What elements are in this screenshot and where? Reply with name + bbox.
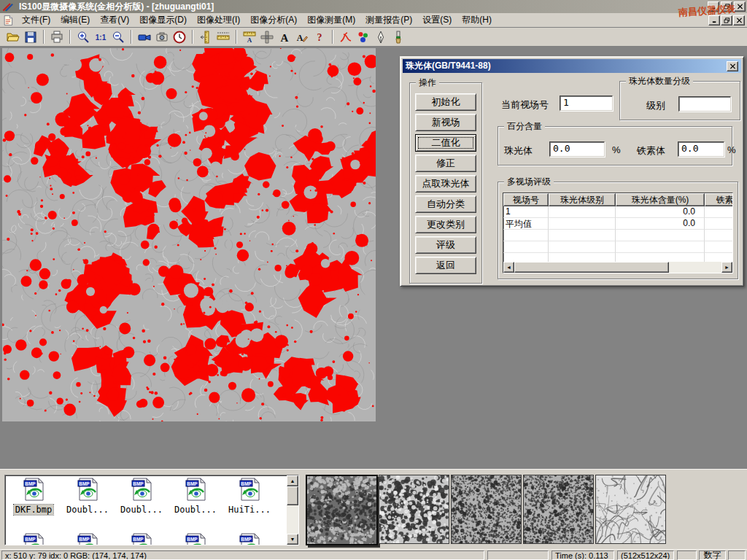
operation-button[interactable]: 新视场 [415,114,476,131]
snapshot-icon[interactable] [153,28,171,45]
file-item[interactable]: BMP DKF.bmp [7,478,61,515]
operation-button[interactable]: 评级 [415,236,476,254]
pearlite-percent-input[interactable]: 0.0 [549,141,605,157]
table-row[interactable] [503,230,732,241]
curve-tool-icon[interactable] [337,28,355,45]
title-bar: IS100显微摄像系统(金相分析版) - [zhuguangti01] [0,0,747,13]
menu-item[interactable]: 文件(F) [17,12,55,28]
menu-item[interactable]: 编辑(E) [55,12,95,28]
mdi-restore-icon[interactable] [721,15,732,26]
table-header-cell[interactable]: 铁素体含量(%) [705,193,733,206]
percent-sign: % [612,144,621,155]
table-header-cell[interactable]: 珠光体级别 [549,193,616,206]
thumbnail-image-1[interactable] [306,475,378,545]
scrollbar-thumb[interactable] [514,262,669,273]
bmp-file-icon: BMP [23,478,44,504]
grading-group-label: 珠光体数量分级 [626,76,693,86]
svg-text:?: ? [317,32,322,43]
percent-group-label: 百分含量 [504,121,545,131]
menu-item[interactable]: 图像显示(D) [134,12,192,28]
metallograph-image[interactable] [2,48,376,421]
ruler-icon[interactable] [214,28,232,45]
dialog-title: 珠光体(GB/T9441-88) [406,60,491,72]
print-icon[interactable] [48,28,66,45]
file-name: Doubl... [173,505,218,515]
zoom-out-icon[interactable] [109,28,127,45]
dialog-title-bar[interactable]: 珠光体(GB/T9441-88) [403,59,741,73]
grid-measure-icon[interactable] [258,28,276,45]
table-header-cell[interactable]: 珠光体含量(%) [616,193,705,206]
thumbnail-image-3[interactable] [451,475,522,544]
menu-item[interactable]: 查看(V) [95,12,134,28]
brush-tool-icon[interactable] [390,28,407,45]
table-row[interactable]: 平均值 0.0 [503,218,732,230]
scrollbar-thumb[interactable] [287,486,298,505]
file-item[interactable]: BMP Doubl... [115,478,169,515]
ferrite-percent-input[interactable]: 0.0 [678,141,724,157]
video-capture-icon[interactable] [136,28,153,45]
operation-button[interactable]: 更改类别 [415,216,476,233]
ferrite-label: 铁素体 [637,144,665,158]
scroll-down-icon[interactable]: ▼ [287,534,298,545]
svg-text:BMP: BMP [187,481,198,486]
open-file-icon[interactable] [4,28,22,45]
app-icon [1,1,15,12]
menu-item[interactable]: 图像处理(I) [192,12,245,28]
menu-item[interactable]: 图像测量(M) [302,12,360,28]
svg-text:BMP: BMP [133,481,144,486]
processing-time: Time (s): 0.113 [551,551,614,560]
menu-item[interactable]: 图像分析(A) [245,12,302,28]
file-item[interactable]: BMP HuiTi... [222,478,276,515]
file-list-scrollbar[interactable]: ▲ ▼ [287,475,298,545]
svg-text:BMP: BMP [133,537,144,542]
scroll-up-icon[interactable]: ▲ [287,475,298,486]
text-edit-icon[interactable]: A [293,28,311,45]
dialog-close-icon[interactable] [727,61,738,71]
file-item[interactable]: BMP [7,533,61,545]
file-item[interactable]: BMP [61,533,115,545]
svg-text:1:1: 1:1 [96,34,107,42]
operation-button[interactable]: 二值化 [415,134,476,152]
table-header-cell[interactable]: 视场号 [503,193,549,206]
thumbnail-image-2[interactable] [379,475,449,544]
menu-item[interactable]: 设置(S) [417,12,457,28]
operation-button[interactable]: 返回 [415,257,476,274]
timer-icon[interactable] [171,28,188,45]
pen-tool-icon[interactable] [372,28,390,45]
operation-button[interactable]: 点取珠光体 [415,175,476,192]
zoom-in-icon[interactable] [74,28,92,45]
current-field-input[interactable]: 1 [560,96,613,111]
multifield-group: 多视场评级 视场号珠光体级别珠光体含量(%)铁素体含量(%) 1 0.0 [498,182,738,279]
svg-text:BMP: BMP [79,537,90,542]
help-icon[interactable]: ? [311,28,328,45]
svg-text:BMP: BMP [25,537,36,542]
scroll-right-icon[interactable]: ► [721,262,732,273]
operation-button[interactable]: 修正 [415,155,476,172]
text-annotate-icon[interactable]: A [276,28,293,45]
menu-item[interactable]: 测量报告(P) [360,12,417,28]
level-input[interactable] [678,96,731,112]
table-row[interactable]: 1 0.0 [503,206,732,218]
file-item[interactable]: BMP [115,533,169,545]
save-icon[interactable] [22,28,39,45]
operation-button[interactable]: 初始化 [415,93,476,111]
file-item[interactable]: BMP Doubl... [169,478,222,515]
caliper-icon[interactable] [197,28,214,45]
file-item[interactable]: BMP [222,533,276,545]
thumbnail-image-4[interactable] [523,475,594,544]
scroll-left-icon[interactable]: ◄ [503,262,514,273]
table-row[interactable] [503,241,732,253]
table-horizontal-scrollbar[interactable]: ◄ ► [503,262,732,273]
mdi-close-icon[interactable] [733,15,745,26]
actual-size-icon[interactable]: 1:1 [92,28,109,45]
classify-tool-icon[interactable] [355,28,372,45]
thumbnail-image-5[interactable] [595,475,666,544]
svg-text:BMP: BMP [241,481,252,486]
file-item[interactable]: BMP Doubl... [61,478,115,515]
operation-button[interactable]: 自动分类 [415,195,476,213]
file-item[interactable]: BMP [169,533,222,545]
measure-text-icon[interactable]: A [241,28,258,45]
svg-text:A: A [297,33,303,43]
close-icon[interactable] [734,1,746,12]
menu-item[interactable]: 帮助(H) [457,12,497,28]
